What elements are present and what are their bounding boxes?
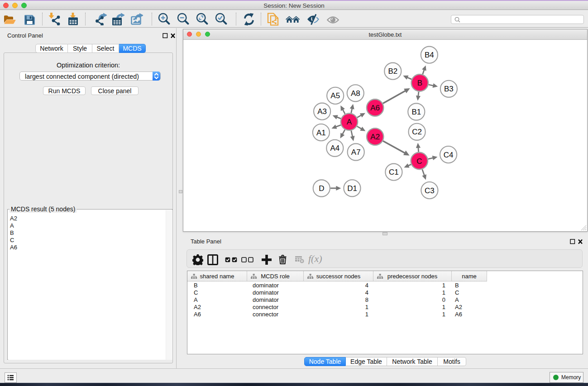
svg-text:C3: C3	[425, 186, 435, 195]
svg-text:B3: B3	[444, 85, 454, 93]
svg-text:A3: A3	[317, 107, 327, 116]
svg-text:B1: B1	[411, 108, 421, 116]
svg-text:A4: A4	[330, 144, 339, 152]
svg-text:B: B	[417, 79, 422, 87]
svg-text:A6: A6	[370, 104, 380, 112]
svg-text:B4: B4	[425, 51, 434, 59]
svg-text:A1: A1	[316, 129, 326, 137]
svg-text:A2: A2	[370, 133, 380, 141]
svg-text:C2: C2	[412, 128, 422, 136]
svg-text:A7: A7	[351, 148, 361, 157]
svg-text:A5: A5	[330, 91, 340, 100]
svg-text:A: A	[347, 118, 352, 126]
svg-text:C: C	[416, 157, 422, 166]
svg-text:B2: B2	[388, 67, 397, 76]
svg-text:C4: C4	[444, 151, 454, 159]
svg-text:C1: C1	[389, 168, 399, 176]
svg-text:D: D	[319, 184, 324, 193]
svg-text:D1: D1	[347, 184, 357, 193]
svg-text:A8: A8	[351, 89, 360, 98]
